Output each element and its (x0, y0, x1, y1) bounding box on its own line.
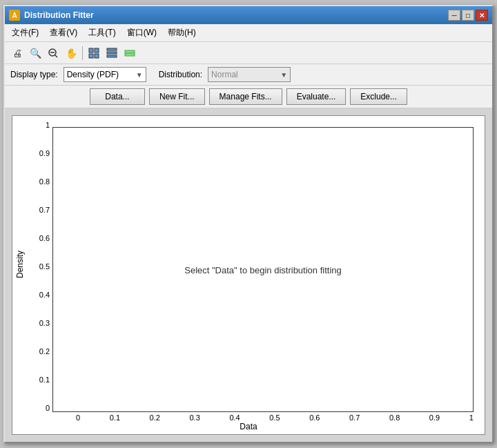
x-tick-07: 0.7 (349, 413, 360, 422)
y-axis-label: Density (12, 116, 28, 412)
svg-rect-3 (89, 48, 93, 52)
plot-area: Select "Data" to begin distribution fitt… (52, 127, 474, 412)
menu-bar: 文件(F) 查看(V) 工具(T) 窗口(W) 帮助(H) (5, 24, 492, 42)
svg-rect-7 (107, 48, 117, 50)
svg-rect-4 (95, 48, 99, 52)
main-window: A Distribution Fitter ─ □ ✕ 文件(F) 查看(V) … (3, 5, 494, 443)
y-tick-02: 0.2 (28, 348, 52, 356)
svg-rect-6 (95, 54, 99, 58)
x-tick-05: 0.5 (269, 413, 280, 422)
y-tick-1: 1 (28, 121, 52, 129)
svg-line-1 (55, 55, 57, 57)
controls-bar: Display type: Density (PDF) ▼ Distributi… (5, 64, 492, 86)
grid1-icon[interactable] (86, 45, 102, 61)
x-tick-03: 0.3 (190, 413, 200, 422)
svg-rect-9 (107, 55, 117, 57)
title-bar: A Distribution Fitter ─ □ ✕ (5, 6, 492, 24)
x-tick-0: 0 (76, 413, 80, 422)
y-tick-03: 0.3 (28, 320, 52, 327)
pan-icon[interactable]: ✋ (63, 45, 79, 61)
menu-item-window[interactable]: 窗口(W) (123, 26, 161, 40)
data-button[interactable]: Data... (90, 88, 145, 105)
window-title: Distribution Fitter (24, 10, 94, 20)
close-button[interactable]: ✕ (476, 10, 488, 21)
chart-message: Select "Data" to begin distribution fitt… (184, 264, 341, 275)
x-axis-label: Data (12, 422, 485, 434)
title-bar-left: A Distribution Fitter (9, 10, 94, 21)
y-tick-0: 0 (28, 405, 52, 412)
y-tick-04: 0.4 (28, 291, 52, 299)
chart-wrapper: Density 0 0.1 0.2 0.3 0.4 0.5 0.6 0.7 0.… (12, 116, 485, 412)
distribution-arrow: ▼ (280, 71, 287, 79)
new-fit-button[interactable]: New Fit... (149, 88, 205, 105)
app-icon: A (9, 10, 20, 21)
display-type-arrow: ▼ (136, 71, 143, 79)
menu-item-tools[interactable]: 工具(T) (84, 26, 119, 40)
print-icon[interactable]: 🖨 (9, 45, 26, 61)
x-tick-04: 0.4 (229, 413, 240, 422)
y-tick-01: 0.1 (28, 376, 52, 384)
zoom-out-icon[interactable] (45, 45, 61, 61)
maximize-button[interactable]: □ (462, 10, 474, 21)
distribution-label: Distribution: (159, 70, 202, 79)
toolbar: 🖨 🔍 ✋ (5, 42, 492, 64)
toolbar-sep-1 (82, 46, 83, 60)
y-tick-06: 0.6 (28, 235, 52, 242)
y-tick-09: 0.9 (28, 150, 52, 157)
menu-item-help[interactable]: 帮助(H) (164, 26, 200, 40)
menu-item-file[interactable]: 文件(F) (8, 26, 43, 40)
main-content: Density 0 0.1 0.2 0.3 0.4 0.5 0.6 0.7 0.… (5, 108, 492, 442)
settings-icon[interactable] (121, 45, 138, 61)
chart-area: Density 0 0.1 0.2 0.3 0.4 0.5 0.6 0.7 0.… (12, 115, 485, 435)
zoom-in-icon[interactable]: 🔍 (27, 45, 43, 61)
y-tick-05: 0.5 (28, 263, 52, 271)
svg-rect-5 (89, 54, 93, 58)
grid2-icon[interactable] (104, 45, 120, 61)
x-tick-08: 0.8 (389, 413, 400, 422)
x-tick-09: 0.9 (429, 413, 440, 422)
manage-fits-button[interactable]: Manage Fits... (209, 88, 282, 105)
distribution-select[interactable]: Normal ▼ (208, 67, 291, 82)
x-tick-02: 0.2 (150, 413, 160, 422)
evaluate-button[interactable]: Evaluate... (286, 88, 347, 105)
y-tick-07: 0.7 (28, 206, 52, 214)
minimize-button[interactable]: ─ (448, 10, 460, 21)
display-type-select[interactable]: Density (PDF) ▼ (64, 67, 146, 82)
display-type-label: Display type: (10, 70, 58, 79)
exclude-button[interactable]: Exclude... (350, 88, 407, 105)
menu-item-view[interactable]: 查看(V) (46, 26, 81, 40)
svg-rect-8 (107, 52, 117, 54)
action-buttons-bar: Data... New Fit... Manage Fits... Evalua… (5, 86, 492, 108)
title-buttons: ─ □ ✕ (448, 10, 488, 21)
y-tick-08: 0.8 (28, 178, 52, 186)
x-tick-06: 0.6 (309, 413, 320, 422)
x-tick-1: 1 (469, 413, 474, 422)
x-tick-01: 0.1 (110, 413, 120, 422)
